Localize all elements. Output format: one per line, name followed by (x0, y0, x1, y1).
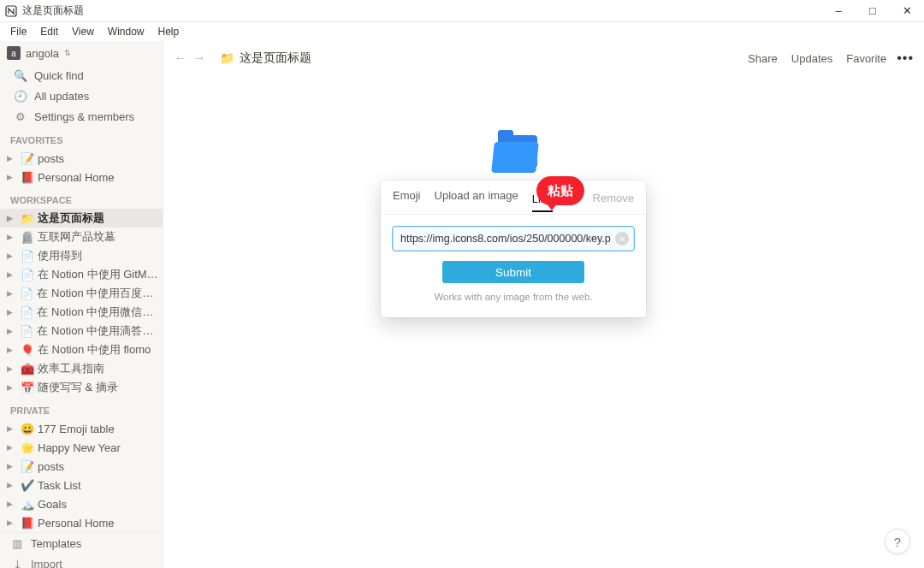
main: ← → 📁 这是页面标题 Share Updates Favorite ••• … (163, 41, 924, 568)
window-close-button[interactable]: ✕ (890, 0, 924, 22)
page-label: Happy New Year (38, 441, 121, 454)
tree-row[interactable]: ▶📝posts (0, 457, 163, 476)
caret-icon: ▶ (7, 270, 17, 279)
caret-icon: ▶ (7, 424, 17, 433)
page-label: 在 Notion 中使用 flomo (38, 342, 151, 358)
tree-row[interactable]: ▶📄在 Notion 中使用百度脑图 (0, 284, 163, 303)
tree-row[interactable]: ▶🏔️Goals (0, 494, 163, 513)
page-icon: 📕 (21, 517, 34, 530)
page-label: Personal Home (38, 517, 115, 530)
tree-row[interactable]: ▶📅随便写写 & 摘录 (0, 378, 163, 397)
section-private: PRIVATE (0, 397, 163, 419)
submit-button[interactable]: Submit (442, 261, 584, 283)
settings-members[interactable]: ⚙ Settings & members (0, 106, 163, 127)
page-hero-icon[interactable] (493, 135, 541, 173)
page-label: posts (38, 152, 64, 165)
tree-row[interactable]: ▶📄在 Notion 中使用滴答清单 (0, 322, 163, 340)
tree-row[interactable]: ▶📄在 Notion 中使用 GitMind (0, 265, 163, 284)
tab-emoji[interactable]: Emoji (393, 189, 421, 207)
caret-icon: ▶ (7, 173, 17, 181)
quick-find[interactable]: 🔍 Quick find (0, 65, 163, 86)
topbar: ← → 📁 这是页面标题 Share Updates Favorite ••• (163, 41, 924, 75)
page-label: 使用得到 (38, 248, 82, 263)
settings-members-label: Settings & members (34, 110, 134, 123)
paste-annotation-bubble: 粘贴 (536, 176, 584, 205)
tree-row[interactable]: ▶🪦互联网产品坟墓 (0, 228, 163, 246)
caret-icon: ▶ (7, 289, 16, 298)
import[interactable]: ⤓ Import (0, 553, 163, 568)
menu-edit[interactable]: Edit (33, 24, 65, 39)
tree-row[interactable]: ▶🌟Happy New Year (0, 438, 163, 457)
remove-icon-button[interactable]: Remove (593, 192, 634, 204)
caret-icon: ▶ (7, 383, 17, 392)
help-button[interactable]: ? (885, 529, 910, 554)
share-button[interactable]: Share (741, 52, 785, 65)
import-icon: ⤓ (10, 558, 24, 569)
page-icon: 📝 (21, 152, 34, 165)
page-label: 在 Notion 中使用微信读书 (37, 305, 159, 320)
page-canvas: Emoji Upload an image Link Remove ✕ Subm… (163, 75, 924, 568)
all-updates-label: All updates (34, 90, 89, 103)
favorite-button[interactable]: Favorite (839, 52, 893, 65)
section-workspace: WORKSPACE (0, 186, 163, 209)
page-label: Goals (38, 498, 67, 511)
page-label: 在 Notion 中使用滴答清单 (37, 323, 159, 339)
page-icon: 📝 (21, 460, 34, 473)
tree-row[interactable]: ▶🎈在 Notion 中使用 flomo (0, 340, 163, 359)
breadcrumb-title[interactable]: 这是页面标题 (240, 50, 311, 66)
tree-row[interactable]: ▶📝posts (0, 149, 163, 168)
tree-row[interactable]: ▶✔️Task List (0, 476, 163, 494)
page-label: 随便写写 & 摘录 (38, 380, 118, 395)
window-titlebar: 这是页面标题 – □ ✕ (0, 0, 924, 22)
window-minimize-button[interactable]: – (821, 0, 856, 22)
image-url-input[interactable] (393, 227, 634, 251)
tree-row[interactable]: ▶📄在 Notion 中使用微信读书 (0, 303, 163, 322)
popup-hint-text: Works with any image from the web. (393, 292, 634, 302)
nav-back-button[interactable]: ← (174, 50, 187, 66)
page-label: 在 Notion 中使用 GitMind (38, 267, 159, 282)
chevron-updown-icon: ⇅ (64, 49, 71, 57)
tree-row[interactable]: ▶😀177 Emoji table (0, 419, 163, 438)
tree-row[interactable]: ▶🧰效率工具指南 (0, 359, 163, 378)
templates-label: Templates (31, 537, 81, 550)
tree-row[interactable]: ▶📁这是页面标题 (0, 209, 163, 228)
icon-picker-popup: Emoji Upload an image Link Remove ✕ Subm… (381, 180, 646, 317)
caret-icon: ▶ (7, 364, 17, 373)
updates-button[interactable]: Updates (785, 52, 839, 65)
window-title: 这是页面标题 (22, 3, 821, 18)
all-updates[interactable]: 🕘 All updates (0, 86, 163, 106)
tab-upload-image[interactable]: Upload an image (435, 189, 518, 207)
menu-window[interactable]: Window (101, 24, 151, 39)
folder-icon: 📁 (220, 51, 234, 65)
menu-help[interactable]: Help (151, 24, 187, 39)
paste-annotation-text: 粘贴 (548, 183, 573, 199)
page-icon: 📄 (21, 269, 34, 281)
page-icon: 😀 (21, 423, 34, 435)
page-icon: 📁 (21, 212, 34, 225)
more-button[interactable]: ••• (893, 50, 914, 66)
page-label: 177 Emoji table (38, 423, 115, 435)
page-label: 这是页面标题 (38, 210, 104, 226)
workspace-switcher[interactable]: a angola ⇅ (0, 41, 163, 65)
page-icon: 📕 (21, 171, 34, 184)
caret-icon: ▶ (7, 154, 17, 163)
caret-icon: ▶ (7, 443, 17, 452)
caret-icon: ▶ (7, 518, 17, 527)
templates-icon: ▥ (10, 537, 24, 550)
tree-row[interactable]: ▶📕Personal Home (0, 168, 163, 186)
menu-file[interactable]: File (3, 24, 33, 39)
section-favorites: FAVORITES (0, 127, 163, 149)
window-maximize-button[interactable]: □ (856, 0, 890, 22)
clear-input-button[interactable]: ✕ (615, 232, 629, 246)
menu-view[interactable]: View (65, 24, 101, 39)
tree-row[interactable]: ▶📄使用得到 (0, 246, 163, 265)
page-label: 在 Notion 中使用百度脑图 (37, 286, 159, 301)
templates[interactable]: ▥ Templates (0, 533, 163, 553)
tree-row[interactable]: ▶📕Personal Home (0, 513, 163, 532)
workspace-name: angola (26, 47, 59, 60)
nav-forward-button[interactable]: → (192, 50, 206, 66)
caret-icon: ▶ (7, 214, 17, 222)
caret-icon: ▶ (7, 251, 17, 260)
gear-icon: ⚙ (14, 110, 27, 123)
sidebar: a angola ⇅ 🔍 Quick find 🕘 All updates ⚙ … (0, 41, 163, 568)
